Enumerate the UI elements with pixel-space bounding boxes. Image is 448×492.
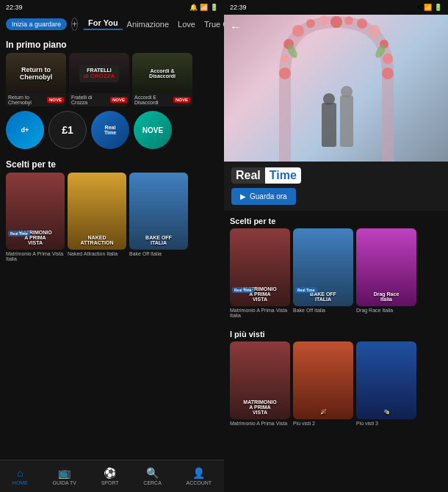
nav-guide-label: GUIDA TV: [52, 480, 76, 485]
fratelli-label: Fratelli di Crozza NOVE: [69, 93, 129, 106]
r-bakeoff-thumbnail: BAKE OFFITALIA Real Time: [293, 228, 353, 306]
r-card-pv1[interactable]: MATRIMONIOA PRIMAVISTA Matrimonio A Prim…: [230, 341, 290, 427]
svg-point-12: [382, 68, 394, 79]
matrimonio-thumbnail: MATRIMONIOA PRIMAVISTA Real Time: [6, 173, 65, 250]
tab-row: Inizia a guardare + For You Animazione L…: [0, 18, 224, 34]
chernobyl-thumbnail: Return toChernobyl: [6, 53, 66, 93]
svg-point-9: [369, 25, 380, 37]
right-scelti-title: Scelti per te: [224, 211, 448, 228]
watch-now-label: Guarda ora: [250, 192, 287, 200]
r-bakeoff-badge: Real Time: [295, 287, 317, 293]
svg-point-5: [319, 15, 329, 26]
nav-search[interactable]: 🔍 CERCA: [143, 467, 162, 485]
svg-point-7: [344, 16, 353, 25]
fratelli-badge: NOVE: [110, 97, 127, 103]
accordi-title: Accordi E Disaccordi: [134, 95, 171, 105]
realtime-logo: Real Time: [231, 167, 441, 184]
r-pv3-title: Più visti 3: [356, 419, 416, 427]
sport-icon: ⚽: [104, 467, 116, 479]
r-card-dragrace[interactable]: Drag RaceItalia Drag Race Italia: [356, 228, 416, 319]
r-dragrace-title: Drag Race Italia: [356, 306, 416, 314]
time-left: 22:39: [6, 4, 23, 11]
r-pv2-thumbnail: 🎉: [293, 341, 353, 419]
channel-nove[interactable]: NOVE: [134, 111, 172, 149]
scelti-section-title: Scelti per te: [0, 153, 224, 173]
featured-row: Return toChernobyl Return to Chernobyl N…: [0, 53, 224, 106]
tab-bar: Inizia a guardare + For You Animazione L…: [0, 15, 224, 34]
svg-point-17: [323, 93, 335, 105]
hero-background: [224, 15, 448, 162]
nav-account[interactable]: 👤 ACCOUNT: [187, 467, 212, 485]
featured-card-chernobyl[interactable]: Return toChernobyl Return to Chernobyl N…: [6, 53, 66, 106]
right-scroll-content: Scelti per te MATRIMONIOA PRIMAVISTA Rea…: [224, 211, 448, 492]
icons-left: 🔔 📶 🔋: [189, 4, 218, 11]
bottom-navigation: ⌂ HOME 📺 GUIDA TV ⚽ SPORT 🔍 CERCA 👤 ACCO…: [0, 460, 224, 492]
scelti-card-bakeoff[interactable]: BAKE OFFITALIA Bake Off Italia: [129, 173, 188, 263]
r-pv1-thumbnail: MATRIMONIOA PRIMAVISTA: [230, 341, 290, 419]
nav-account-label: ACCOUNT: [187, 480, 212, 485]
channel-discovery[interactable]: d+: [6, 111, 44, 149]
channel-e1[interactable]: £1: [48, 111, 87, 149]
r-matrimonio-title: Matrimonio A Prima Vista Italia: [230, 306, 290, 319]
status-bar-right: 22:39 ⑆ 📶 🔋: [224, 0, 448, 15]
r-bakeoff-title: Bake Off Italia: [293, 306, 353, 314]
r-card-pv2[interactable]: 🎉 Più visti 2: [293, 341, 353, 427]
tab-for-you[interactable]: For You: [84, 18, 123, 30]
channel-realtime[interactable]: RealTime: [91, 111, 129, 149]
play-icon: ▶: [240, 192, 246, 200]
tv-guide-icon: 📺: [58, 467, 71, 479]
fratelli-title: Fratelli di Crozza: [71, 95, 108, 105]
start-watching-button[interactable]: Inizia a guardare: [6, 18, 67, 30]
svg-rect-15: [322, 103, 336, 147]
nav-home[interactable]: ⌂ HOME: [12, 467, 28, 485]
r-card-pv3[interactable]: 🎭 Più visti 3: [356, 341, 416, 427]
scelti-card-naked[interactable]: NAKEDATTRACTION Naked Attraction Italia: [68, 173, 126, 263]
r-card-bakeoff[interactable]: BAKE OFFITALIA Real Time Bake Off Italia: [293, 228, 353, 319]
battery-icon: 🔋: [210, 4, 218, 11]
bell-icon: 🔔: [189, 4, 198, 11]
signal-icon: 📶: [200, 4, 208, 11]
tab-true-crime[interactable]: True Crime: [200, 20, 224, 29]
svg-point-11: [383, 54, 393, 64]
scelti-row: MATRIMONIOA PRIMAVISTA Real Time Matrimo…: [0, 173, 224, 263]
search-icon: 🔍: [146, 467, 159, 479]
nav-sport[interactable]: ⚽ SPORT: [101, 467, 119, 485]
tab-animazione[interactable]: Animazione: [123, 20, 173, 29]
r-matrimonio-badge: Real Time: [232, 287, 254, 293]
watch-now-button[interactable]: ▶ Guarda ora: [231, 188, 296, 205]
nav-home-label: HOME: [12, 480, 28, 485]
clock-left: 22:39: [6, 4, 23, 11]
r-matrimonio-thumbnail: MATRIMONIOA PRIMAVISTA Real Time: [230, 228, 290, 306]
home-icon: ⌂: [17, 467, 23, 479]
arch-decoration: [270, 15, 402, 162]
r-pv3-thumbnail: 🎭: [356, 341, 416, 419]
svg-point-3: [292, 25, 304, 37]
featured-section-title: In primo piano: [0, 34, 224, 53]
svg-point-18: [341, 86, 353, 98]
clock-right: 22:39: [230, 4, 247, 11]
nav-guide[interactable]: 📺 GUIDA TV: [52, 467, 76, 485]
bakeoff-thumbnail: BAKE OFFITALIA: [129, 173, 188, 250]
r-card-matrimonio[interactable]: MATRIMONIOA PRIMAVISTA Real Time Matrimo…: [230, 228, 290, 319]
r-pv2-title: Più visti 2: [293, 419, 353, 427]
naked-thumbnail: NAKEDATTRACTION: [68, 173, 126, 250]
accordi-thumbnail: Accordi &Disaccordi: [132, 53, 192, 93]
featured-card-accordi[interactable]: Accordi &Disaccordi Accordi E Disaccordi…: [132, 53, 192, 106]
tab-love[interactable]: Love: [173, 20, 200, 29]
channel-logos-row: d+ £1 RealTime NOVE: [0, 106, 224, 153]
chernobyl-title: Return to Chernobyl: [8, 95, 45, 105]
account-icon: 👤: [192, 467, 205, 479]
right-scelti-row: MATRIMONIOA PRIMAVISTA Real Time Matrimo…: [224, 228, 448, 324]
scelti-card-matrimonio[interactable]: MATRIMONIOA PRIMAVISTA Real Time Matrimo…: [6, 173, 65, 263]
r-pv1-title: Matrimonio A Prima Vista: [230, 419, 290, 427]
back-button[interactable]: ←: [230, 21, 242, 34]
add-tab-button[interactable]: +: [71, 18, 78, 31]
naked-title: Naked Attraction Italia: [68, 250, 126, 258]
realtime-logo-real: Real: [231, 167, 265, 184]
hero-area: ←: [224, 15, 448, 162]
channel-info-bar: Real Time ▶ Guarda ora: [224, 162, 448, 211]
featured-card-fratelli[interactable]: FRATELLI di CROZZA Fratelli di Crozza NO…: [69, 53, 129, 106]
left-scroll-content: In primo piano Return toChernobyl Return…: [0, 34, 224, 460]
accordi-badge: NOVE: [173, 97, 190, 103]
matrimonio-badge: Real Time: [8, 231, 30, 236]
